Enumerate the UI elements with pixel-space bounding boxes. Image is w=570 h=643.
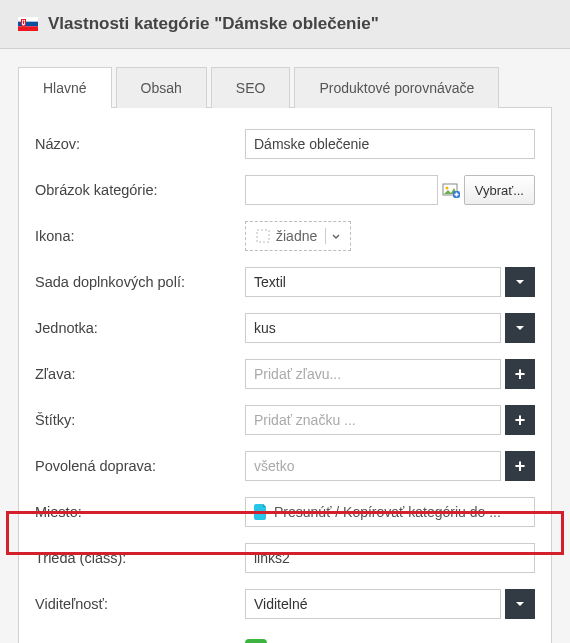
image-browse-button[interactable]: Vybrať... xyxy=(464,175,535,205)
label-image: Obrázok kategórie: xyxy=(35,182,245,198)
place-button[interactable]: Presunúť / Kopírovať kategóriu do ... xyxy=(245,497,535,527)
shipping-input[interactable] xyxy=(245,451,501,481)
svg-rect-2 xyxy=(18,26,38,31)
label-shipping: Povolená doprava: xyxy=(35,458,245,474)
image-picker-icon[interactable] xyxy=(442,181,460,199)
label-place: Miesto: xyxy=(35,504,245,520)
fieldset-dropdown-button[interactable] xyxy=(505,267,535,297)
image-input[interactable] xyxy=(245,175,438,205)
place-text: Presunúť / Kopírovať kategóriu do ... xyxy=(274,504,501,520)
discount-add-button[interactable]: + xyxy=(505,359,535,389)
label-class: Trieda (class): xyxy=(35,550,245,566)
svg-rect-8 xyxy=(257,230,269,242)
visibility-select[interactable]: Viditelné xyxy=(245,589,501,619)
icon-select[interactable]: žiadne xyxy=(245,221,351,251)
label-visibility: Viditeľnosť: xyxy=(35,596,245,612)
caret-down-icon xyxy=(325,228,340,244)
name-input[interactable] xyxy=(245,129,535,159)
tab-seo[interactable]: SEO xyxy=(211,67,291,108)
dashed-square-icon xyxy=(256,229,270,243)
file-icon xyxy=(254,504,268,520)
svg-rect-4 xyxy=(22,22,24,23)
tab-main[interactable]: Hlavné xyxy=(18,67,112,108)
tabs: Hlavné Obsah SEO Produktové porovnávače xyxy=(18,67,552,108)
icon-value: žiadne xyxy=(276,228,317,244)
label-name: Názov: xyxy=(35,136,245,152)
searchable-checkbox[interactable] xyxy=(245,639,267,643)
visibility-dropdown-button[interactable] xyxy=(505,589,535,619)
page-title: Vlastnosti kategórie "Dámske oblečenie" xyxy=(48,14,379,34)
tab-content[interactable]: Obsah xyxy=(116,67,207,108)
flag-icon xyxy=(18,17,38,31)
tags-add-button[interactable]: + xyxy=(505,405,535,435)
label-discount: Zľava: xyxy=(35,366,245,382)
label-tags: Štítky: xyxy=(35,412,245,428)
svg-point-6 xyxy=(445,187,448,190)
label-unit: Jednotka: xyxy=(35,320,245,336)
label-fieldset: Sada doplnkových polí: xyxy=(35,274,245,290)
label-icon: Ikona: xyxy=(35,228,245,244)
panel-main: Názov: Obrázok kategórie: Vybrať... Ikon… xyxy=(18,107,552,643)
tab-comparators[interactable]: Produktové porovnávače xyxy=(294,67,499,108)
class-input[interactable] xyxy=(245,543,535,573)
unit-select[interactable]: kus xyxy=(245,313,501,343)
unit-dropdown-button[interactable] xyxy=(505,313,535,343)
fieldset-select[interactable]: Textil xyxy=(245,267,501,297)
discount-input[interactable] xyxy=(245,359,501,389)
shipping-add-button[interactable]: + xyxy=(505,451,535,481)
tags-input[interactable] xyxy=(245,405,501,435)
